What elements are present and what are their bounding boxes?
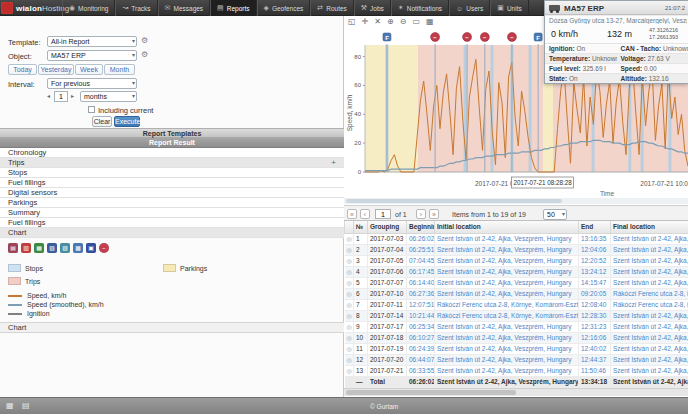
initial-location-link[interactable]: Szent István út 2-42, Ajka, Veszprém, Hu… <box>437 290 571 297</box>
template-select[interactable]: All-in Report <box>47 36 137 47</box>
initial-location-link[interactable]: Rákóczi Ferenc utca 2-8, Környe, Komárom… <box>437 312 579 319</box>
end-link[interactable]: 12:28:30 <box>581 312 606 319</box>
beginning-link[interactable]: 06:26:02 <box>409 235 434 242</box>
pan-icon[interactable]: ✛ <box>362 17 369 27</box>
section-item-fuel-fillings[interactable]: Fuel fillings <box>0 218 344 228</box>
table-row[interactable]: ◎82017-07-1410:21:44Rákóczi Ferenc utca … <box>345 310 688 321</box>
section-item-stops[interactable]: Stops <box>0 168 344 178</box>
chart-grid-icon[interactable]: ▦ <box>426 17 434 27</box>
word-icon[interactable]: ▧ <box>47 243 57 253</box>
table-hscroll-thumb[interactable] <box>346 390 516 395</box>
nav-item-reports[interactable]: ▤Reports <box>210 0 256 16</box>
fit-width-icon[interactable]: ▭ <box>412 17 420 27</box>
zoom-out-icon[interactable]: ⊖ <box>400 17 407 27</box>
end-link[interactable]: 13:16:35 <box>581 235 606 242</box>
end-link[interactable]: 12:20:52 <box>581 257 606 264</box>
final-location-link[interactable]: Szent István út 2-42, Ajka, Veszprém, Hu… <box>613 356 688 363</box>
initial-location-link[interactable]: Szent István út 2-42, Ajka, Veszprém, Hu… <box>437 345 571 352</box>
execute-button[interactable]: Execute <box>114 116 140 127</box>
csv-icon[interactable]: ▩ <box>73 243 83 253</box>
beginning-link[interactable]: 06:14:40 <box>409 279 434 286</box>
end-link[interactable]: 14:15:47 <box>581 279 606 286</box>
zoom-in-icon[interactable]: ⊕ <box>387 17 394 27</box>
report-templates-header[interactable]: Report Templates <box>0 128 344 138</box>
beginning-link[interactable]: 12:07:51 <box>409 301 434 308</box>
unit-info-header[interactable]: MA57 ERP 21:07:2 <box>545 1 688 15</box>
nav-item-tracks[interactable]: ↝Tracks <box>115 0 157 16</box>
table-row[interactable]: ◎12017-07-0306:26:02Szent István út 2-42… <box>345 233 688 244</box>
locate-row-icon[interactable]: ◎ <box>347 357 352 363</box>
page-number-input[interactable] <box>375 209 391 219</box>
final-location-link[interactable]: Szent István út 2-42, Ajka, Veszprém, Hu… <box>613 279 688 286</box>
locate-row-icon[interactable]: ◎ <box>347 335 352 341</box>
beginning-link[interactable]: 07:04:45 <box>409 257 434 264</box>
nav-item-monitoring[interactable]: ◉Monitoring <box>62 0 115 16</box>
initial-location-link[interactable]: Szent István út 2-42, Ajka, Veszprém, Hu… <box>437 246 571 253</box>
table-row[interactable]: ◎92017-07-1706:25:34Szent István út 2-42… <box>345 321 688 332</box>
section-item-chronology[interactable]: Chronology <box>0 148 344 158</box>
locate-row-icon[interactable]: ◎ <box>347 247 352 253</box>
beginning-link[interactable]: 06:33:55 <box>409 367 434 374</box>
table-row[interactable]: ◎132017-07-2106:33:55Szent István út 2-4… <box>345 365 688 376</box>
table-row[interactable]: ◎72017-07-1112:07:51Rákóczi Ferenc utca … <box>345 299 688 310</box>
nav-item-routes[interactable]: ⇄Routes <box>310 0 353 16</box>
locate-row-icon[interactable]: ◎ <box>347 313 352 319</box>
beginning-link[interactable]: 06:25:34 <box>409 323 434 330</box>
chart-hscroll-thumb[interactable] <box>346 199 562 203</box>
prev-page-button[interactable]: ‹ <box>360 209 370 219</box>
expand-icon[interactable]: + <box>331 158 336 168</box>
chart-section-header[interactable]: Chart <box>0 322 344 333</box>
end-link[interactable]: 12:31:23 <box>581 323 606 330</box>
quick-button-today[interactable]: Today <box>8 64 37 75</box>
table-row[interactable]: ◎22017-07-0406:25:51Szent István út 2-42… <box>345 244 688 255</box>
beginning-link[interactable]: 06:27:36 <box>409 290 434 297</box>
final-location-link[interactable]: Szent István út 2-42, Ajka, Veszprém, Hu… <box>613 345 688 352</box>
final-location-link[interactable]: Szent István út 2-42, Ajka, Veszprém, Hu… <box>613 312 688 319</box>
chart-hscrollbar[interactable] <box>344 198 688 204</box>
nav-item-units[interactable]: ▣Units <box>490 0 528 16</box>
locate-row-icon[interactable]: ◎ <box>347 280 352 286</box>
end-link[interactable]: 12:04:06 <box>581 246 606 253</box>
remove-icon[interactable]: − <box>99 243 109 253</box>
toggle-bottom-panel-icon[interactable]: ▤ <box>22 401 30 410</box>
locate-row-icon[interactable]: ◎ <box>347 324 352 330</box>
interval-count-input[interactable] <box>54 91 68 102</box>
area-select-icon[interactable]: ◱ <box>348 17 356 27</box>
including-current-checkbox[interactable] <box>88 106 95 113</box>
next-page-button[interactable]: › <box>416 209 426 219</box>
initial-location-link[interactable]: Szent István út 2-42, Ajka, Veszprém, Hu… <box>437 257 571 264</box>
quick-button-yesterday[interactable]: Yesterday <box>38 64 74 75</box>
interval-unit-select[interactable]: months <box>80 91 137 102</box>
final-location-link[interactable]: Szent István út 2-42, Ajka, Veszprém, Hu… <box>613 235 688 242</box>
final-location-link[interactable]: Szent István út 2-42, Ajka, Veszprém, Hu… <box>613 323 688 330</box>
beginning-link[interactable]: 06:44:07 <box>409 356 434 363</box>
table-row[interactable]: ◎52017-07-0706:14:40Szent István út 2-42… <box>345 277 688 288</box>
final-location-link[interactable]: Szent István út 2-42, Ajka, Veszprém, Hu… <box>613 334 688 341</box>
page-size-select[interactable]: 50 <box>543 209 567 220</box>
nav-item-messages[interactable]: ✉Messages <box>158 0 211 16</box>
initial-location-link[interactable]: Szent István út 2-42, Ajka, Veszprém, Hu… <box>437 367 571 374</box>
end-link[interactable]: 12:40:02 <box>581 345 606 352</box>
locate-row-icon[interactable]: ◎ <box>347 258 352 264</box>
nav-item-users[interactable]: ☺Users <box>449 0 490 16</box>
final-location-link[interactable]: Szent István út 2-42, Ajka, Veszprém, Hu… <box>613 246 688 253</box>
end-link[interactable]: 11:50:46 <box>581 367 606 374</box>
template-properties-icon[interactable]: ⚙ <box>141 36 148 45</box>
beginning-link[interactable]: 06:10:27 <box>409 334 434 341</box>
object-select[interactable]: MA57 ERP <box>47 50 137 61</box>
locate-row-icon[interactable]: ◎ <box>347 302 352 308</box>
close-icon[interactable]: ✕ <box>374 17 381 27</box>
interval-increment-button[interactable]: ▸ <box>71 92 74 99</box>
interval-select[interactable]: For previous <box>47 78 137 89</box>
quick-button-month[interactable]: Month <box>104 64 135 75</box>
locate-row-icon[interactable]: ◎ <box>347 291 352 297</box>
initial-location-link[interactable]: Szent István út 2-42, Ajka, Veszprém, Hu… <box>437 279 571 286</box>
table-row[interactable]: ◎112017-07-1906:24:39Szent István út 2-4… <box>345 343 688 354</box>
final-location-link[interactable]: Szent István út 2-42, Ajka, Veszprém, Hu… <box>613 257 688 264</box>
end-link[interactable]: 12:44:37 <box>581 356 606 363</box>
locate-row-icon[interactable]: ◎ <box>347 269 352 275</box>
print-icon[interactable]: ▤ <box>8 243 18 253</box>
toggle-left-panel-icon[interactable]: ▦ <box>6 401 14 410</box>
final-location-link[interactable]: Szent István út 2-42, Ajka, Veszprém, Hu… <box>613 367 688 374</box>
xml-icon[interactable]: ▣ <box>86 243 96 253</box>
